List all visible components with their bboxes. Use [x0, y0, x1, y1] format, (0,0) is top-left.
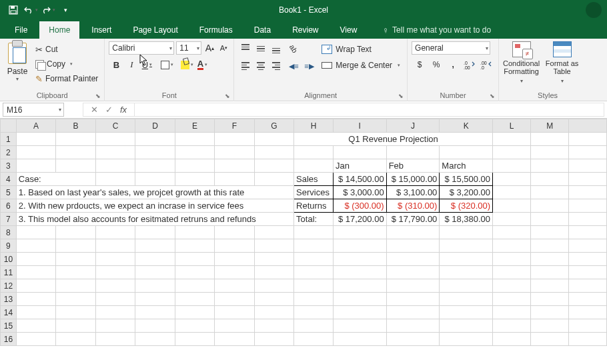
row-header[interactable]: 4	[1, 173, 17, 186]
accounting-format-button[interactable]: $	[412, 57, 428, 72]
cell[interactable]: Returns	[294, 199, 334, 213]
row-header[interactable]: 10	[1, 253, 17, 266]
cell[interactable]: 1. Based on last year's sales, we projce…	[16, 186, 293, 199]
user-avatar[interactable]	[586, 2, 602, 18]
cell[interactable]: 2. With new prdoucts, we expect an incra…	[16, 199, 293, 213]
shrink-font-button[interactable]: A▾	[217, 41, 229, 55]
undo-button[interactable]	[23, 2, 39, 18]
spreadsheet-grid[interactable]: A B C D E F G H I J K L M 1 Q1 Revenue P…	[0, 119, 607, 346]
underline-button[interactable]: U	[139, 57, 154, 72]
border-button[interactable]	[159, 57, 174, 72]
cell[interactable]: Feb	[386, 159, 440, 173]
col-header[interactable]: L	[493, 119, 531, 133]
tell-me-search[interactable]: ♀ Tell me what you want to do	[369, 21, 491, 39]
increase-indent-button[interactable]: ≡▶	[301, 59, 316, 73]
tab-page-layout[interactable]: Page Layout	[123, 21, 187, 39]
wrap-text-button[interactable]: Wrap Text	[319, 42, 403, 57]
name-box[interactable]: M16▾	[3, 103, 64, 117]
row-header[interactable]: 8	[1, 226, 17, 239]
font-size-combo[interactable]: 11▾	[176, 41, 201, 55]
tab-insert[interactable]: Insert	[82, 21, 121, 39]
cell[interactable]: Case:	[16, 173, 95, 186]
cell[interactable]: $ (310.00)	[386, 199, 440, 213]
formula-input[interactable]	[134, 103, 604, 117]
row-header[interactable]: 6	[1, 199, 17, 213]
cell[interactable]: Total:	[294, 213, 334, 226]
decrease-decimal-button[interactable]: .00.0	[478, 57, 494, 72]
qat-customize-button[interactable]: ▾	[57, 2, 73, 18]
tab-home[interactable]: Home	[39, 21, 79, 39]
align-right-button[interactable]	[269, 59, 283, 73]
cell[interactable]: $ 15,500.00	[440, 173, 493, 186]
percent-format-button[interactable]: %	[428, 57, 444, 72]
comma-format-button[interactable]: ,	[445, 57, 461, 72]
col-header[interactable]: H	[294, 119, 334, 133]
column-headers[interactable]: A B C D E F G H I J K L M	[1, 119, 607, 133]
enter-formula-button[interactable]: ✓	[103, 105, 114, 115]
row-header[interactable]: 12	[1, 279, 17, 293]
tab-view[interactable]: View	[331, 21, 367, 39]
col-header[interactable]	[569, 119, 607, 133]
merge-center-button[interactable]: Merge & Center	[319, 58, 403, 73]
row-header[interactable]: 13	[1, 293, 17, 306]
format-painter-button[interactable]: ✎Format Painter	[33, 72, 100, 85]
format-as-table-button[interactable]: Format as Table▾	[544, 41, 580, 85]
cell[interactable]: $ 3,200.00	[440, 186, 493, 199]
col-header[interactable]: F	[215, 119, 254, 133]
align-middle-button[interactable]	[253, 41, 268, 56]
alignment-launcher[interactable]: ⬊	[398, 91, 404, 98]
row-header[interactable]: 2	[1, 146, 17, 159]
insert-function-button[interactable]: fx	[118, 105, 129, 115]
number-launcher[interactable]: ⬊	[489, 91, 496, 98]
select-all-corner[interactable]	[1, 119, 17, 133]
row-header[interactable]: 14	[1, 306, 17, 319]
col-header[interactable]: M	[531, 119, 569, 133]
orientation-button[interactable]: ab	[286, 41, 301, 56]
cell[interactable]: $ (320.00)	[440, 199, 493, 213]
col-header[interactable]: E	[175, 119, 214, 133]
number-format-combo[interactable]: General▾	[412, 41, 490, 55]
row-header[interactable]: 3	[1, 159, 17, 173]
align-top-button[interactable]	[238, 41, 253, 56]
cell-styles-button[interactable]	[584, 41, 592, 85]
font-launcher[interactable]: ⬊	[224, 91, 231, 98]
cell[interactable]: $ 3,000.00	[333, 186, 386, 199]
row-header[interactable]: 7	[1, 213, 17, 226]
cell[interactable]: $ 3,100.00	[386, 186, 440, 199]
grow-font-button[interactable]: A▴	[203, 41, 215, 55]
cancel-formula-button[interactable]: ✕	[89, 105, 99, 115]
col-header[interactable]: G	[254, 119, 293, 133]
italic-button[interactable]: I	[124, 57, 139, 72]
fill-color-button[interactable]	[179, 57, 194, 72]
redo-button[interactable]	[40, 2, 56, 18]
row-header[interactable]: 9	[1, 239, 17, 253]
tab-file[interactable]: File	[5, 21, 37, 39]
clipboard-launcher[interactable]: ⬊	[95, 91, 101, 98]
cell[interactable]: $ 15,000.00	[386, 173, 440, 186]
tab-review[interactable]: Review	[283, 21, 328, 39]
col-header[interactable]: I	[333, 119, 386, 133]
cell[interactable]: $ 14,500.00	[333, 173, 386, 186]
cell[interactable]: $ (300.00)	[333, 199, 386, 213]
row-header[interactable]: 15	[1, 319, 17, 333]
cell[interactable]: March	[440, 159, 493, 173]
col-header[interactable]: J	[386, 119, 440, 133]
align-bottom-button[interactable]	[269, 41, 283, 56]
col-header[interactable]: D	[135, 119, 175, 133]
col-header[interactable]: K	[440, 119, 493, 133]
font-color-button[interactable]: A	[195, 57, 209, 72]
tab-formulas[interactable]: Formulas	[190, 21, 242, 39]
cell[interactable]: Jan	[333, 159, 386, 173]
tab-data[interactable]: Data	[245, 21, 280, 39]
paste-button[interactable]: Paste ▾	[4, 41, 31, 85]
col-header[interactable]: A	[16, 119, 56, 133]
row-header[interactable]: 1	[1, 133, 17, 146]
increase-decimal-button[interactable]: .0.00	[462, 57, 478, 72]
decrease-indent-button[interactable]: ◀≡	[286, 59, 301, 73]
align-left-button[interactable]	[238, 59, 253, 73]
align-center-button[interactable]	[253, 59, 268, 73]
cell[interactable]: $ 17,790.00	[386, 213, 440, 226]
cell-title[interactable]: Q1 Revenue Projection	[294, 133, 493, 146]
row-header[interactable]: 11	[1, 266, 17, 279]
copy-button[interactable]: Copy	[33, 57, 100, 71]
